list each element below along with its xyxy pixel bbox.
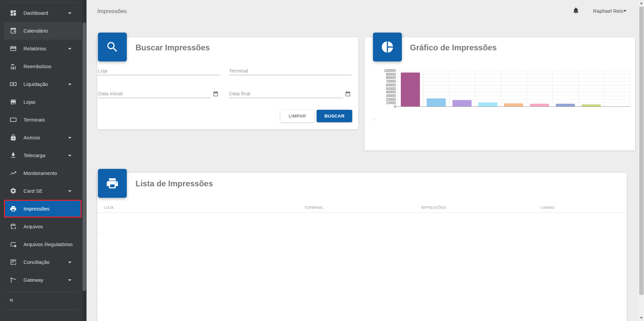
chevron-down-icon: [68, 84, 71, 85]
sidebar-item-impressoes[interactable]: Impressões: [4, 200, 82, 218]
sidebar-item-label: Arquivos: [23, 224, 43, 229]
chevron-down-icon: [68, 262, 71, 263]
sidebar-item-arquivos-regulatorios[interactable]: Arquivos Regulatórios: [4, 235, 82, 253]
chart-ytick-label: 30000: [365, 94, 396, 98]
sidebar-item-terminais[interactable]: Terminais: [4, 111, 82, 129]
sidebar-item-label: Terminais: [23, 117, 45, 123]
chart-ytick-label: 60000: [365, 83, 396, 87]
doc-check-icon: [9, 258, 17, 266]
terminal-icon: [9, 116, 17, 124]
sidebar-scrollbar-track[interactable]: [82, 0, 87, 321]
chart-vgridline: [578, 71, 579, 106]
data-inicial-input[interactable]: [98, 89, 211, 98]
buscar-button[interactable]: BUSCAR: [317, 110, 352, 122]
sidebar-item-conciliacao[interactable]: Conciliação: [4, 253, 82, 271]
chevron-down-icon: [68, 137, 71, 139]
calendar-picker-icon[interactable]: [213, 91, 219, 98]
chart-vgridline: [475, 71, 475, 106]
sidebar-item-label: Liquidação: [23, 81, 48, 87]
sidebar-item-liquidacao[interactable]: Liquidação: [4, 75, 82, 93]
chevron-down-icon: [68, 279, 71, 281]
chevron-down-icon: [68, 190, 71, 192]
calendar-picker-icon[interactable]: [345, 91, 352, 98]
impressions-bar-chart: 0100002000030000400005000060000700008000…: [365, 37, 635, 150]
user-name: Raphael Reis: [593, 8, 623, 14]
sidebar-divider: [3, 310, 79, 310]
list-column-header-impressoes: IMPRESSÕES: [421, 205, 446, 210]
chart-card-title: Gráfico de Impressões: [410, 43, 497, 52]
sidebar-item-acesso[interactable]: Acesso: [4, 129, 82, 146]
list-card: LOJATERMINALIMPRESSÕESLINHAS ------: [97, 173, 627, 321]
terminal-input[interactable]: [229, 66, 352, 75]
gate-icon: [9, 276, 17, 284]
list-header-divider: [97, 213, 627, 213]
caret-down-icon[interactable]: [623, 10, 627, 12]
sidebar-item-label: Relatórios: [23, 46, 46, 51]
chart-ytick-label: 70000: [365, 80, 396, 83]
sidebar-item-label: Acesso: [23, 135, 40, 140]
chart-gridline: [397, 81, 630, 82]
chart-ytick-label: 10000: [365, 101, 396, 105]
chart-ytick-label: 90000: [365, 73, 396, 76]
list-row-placeholder: -: [98, 311, 100, 317]
chart-ytick-label: 100000: [365, 69, 396, 73]
list-column-header-linhas: LINHAS: [541, 205, 555, 210]
sidebar-item-dashboard[interactable]: Dashboard: [4, 4, 82, 22]
chart-bar: [504, 103, 523, 106]
table-download-icon: [9, 223, 17, 231]
chart-bar: [530, 104, 549, 106]
chart-ytick-label: 0: [365, 105, 396, 108]
sidebar-item-label: Reembolsos: [23, 63, 51, 69]
money-icon: [9, 80, 17, 88]
chart-bar: [427, 98, 446, 106]
chart-vgridline: [604, 71, 604, 106]
scrollbar-up-arrow-icon[interactable]: [640, 2, 643, 4]
sidebar-item-telecarga[interactable]: Telecarga: [4, 146, 82, 164]
chart-gridline: [397, 78, 630, 78]
loja-input[interactable]: [98, 66, 220, 75]
chart-vgridline: [527, 71, 527, 106]
sidebar-item-calendario[interactable]: Calendário: [4, 22, 82, 40]
list-row-placeholder: -: [98, 262, 100, 268]
pie-chart-icon: [373, 33, 402, 61]
sidebar-item-relatorios[interactable]: Relatórios: [4, 40, 82, 57]
chevron-down-icon: [68, 12, 71, 14]
store-icon: [9, 98, 17, 106]
sidebar-item-monitoramento[interactable]: Monitoramento: [4, 164, 82, 182]
data-final-input[interactable]: [229, 89, 343, 98]
page-scrollbar[interactable]: [639, 0, 644, 321]
list-row-placeholder: -: [98, 279, 100, 284]
refund-icon: [9, 62, 17, 71]
chart-gridline: [397, 71, 630, 71]
sidebar-item-lojas[interactable]: Lojas: [4, 93, 82, 111]
sidebar-item-label: Monitoramento: [23, 170, 57, 176]
sidebar-divider: [3, 291, 79, 292]
sidebar-item-card-se[interactable]: Card SE: [4, 182, 82, 200]
limpar-button[interactable]: LIMPAR: [280, 110, 314, 122]
sidebar-item-label: Conciliação: [23, 259, 50, 265]
chart-vgridline: [449, 71, 449, 106]
list-card-title: Lista de Impressões: [136, 179, 213, 188]
page-scrollbar-thumb[interactable]: [639, 7, 644, 295]
search-card-title: Buscar Impressões: [136, 43, 210, 52]
chart-vgridline: [630, 71, 630, 106]
sidebar-scrollbar-thumb[interactable]: [83, 22, 86, 291]
chart-ytick-label: 50000: [365, 87, 396, 91]
sidebar-collapse-button[interactable]: «: [9, 295, 13, 304]
list-row-placeholder: -: [98, 230, 100, 235]
chart-vgridline: [397, 71, 398, 106]
sidebar-item-arquivos[interactable]: Arquivos: [4, 218, 82, 235]
chart-footnote-dot: [373, 119, 376, 121]
notifications-bell-icon[interactable]: [572, 7, 580, 15]
chart-gridline: [397, 74, 630, 75]
chart-ytick-label: 80000: [365, 76, 396, 80]
lock-icon: [9, 134, 17, 142]
sidebar-item-label: Impressões: [23, 206, 50, 212]
calendar-icon: [9, 27, 17, 35]
user-menu[interactable]: Raphael Reis: [593, 8, 623, 14]
scrollbar-down-arrow-icon[interactable]: [640, 317, 643, 319]
chevron-down-icon: [68, 48, 71, 50]
sidebar-item-reembolsos[interactable]: Reembolsos: [4, 57, 82, 75]
chart-gridline: [397, 89, 630, 89]
sidebar-item-gateway[interactable]: Gateway: [4, 271, 82, 289]
